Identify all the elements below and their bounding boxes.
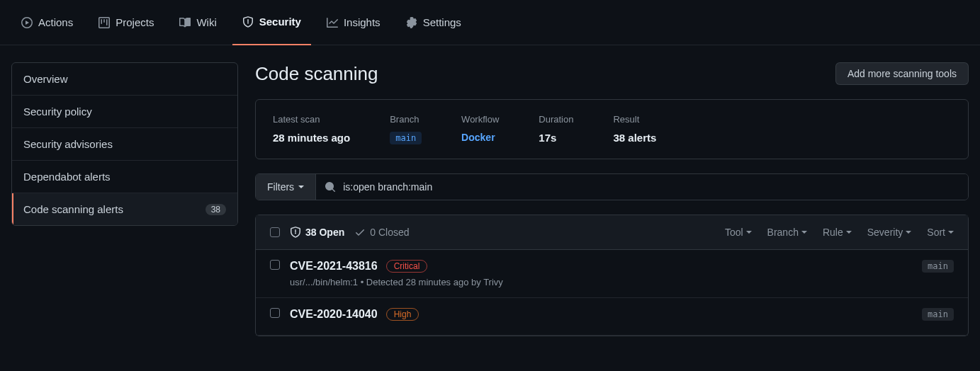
filters-label: Filters — [267, 181, 294, 193]
shield-alert-icon — [290, 227, 301, 238]
result-label: Result — [613, 114, 656, 125]
open-count[interactable]: 38 Open — [290, 227, 344, 238]
tab-wiki[interactable]: Wiki — [169, 0, 226, 45]
gear-icon — [406, 17, 417, 28]
latest-scan-value: 28 minutes ago — [273, 132, 350, 144]
shield-icon — [242, 16, 254, 28]
sidebar-item-code-scanning-alerts[interactable]: Code scanning alerts 38 — [12, 193, 237, 225]
search-icon — [325, 181, 336, 193]
caret-down-icon — [801, 231, 807, 234]
main-content: Code scanning Add more scanning tools La… — [255, 62, 969, 336]
select-all-checkbox[interactable] — [270, 227, 280, 237]
search-input[interactable] — [343, 181, 959, 193]
alerts-count-badge: 38 — [205, 204, 226, 215]
tab-settings[interactable]: Settings — [396, 0, 471, 45]
caret-down-icon — [906, 231, 911, 234]
scan-summary: Latest scan 28 minutes ago Branch main W… — [255, 99, 969, 159]
filter-tool[interactable]: Tool — [725, 227, 752, 238]
tab-label: Projects — [116, 16, 154, 28]
branch-chip[interactable]: main — [390, 132, 422, 144]
workflow-label: Workflow — [461, 114, 499, 125]
alert-select-checkbox[interactable] — [270, 308, 280, 318]
book-icon — [179, 17, 191, 28]
caret-down-icon — [298, 186, 304, 188]
alerts-list: 38 Open 0 Closed Tool Branch Rule Severi… — [255, 215, 969, 336]
alert-select-checkbox[interactable] — [270, 260, 280, 270]
play-circle-icon — [21, 17, 33, 28]
sidebar-item-dependabot-alerts[interactable]: Dependabot alerts — [12, 161, 237, 193]
tab-actions[interactable]: Actions — [11, 0, 83, 45]
graph-icon — [327, 17, 338, 28]
sidebar-item-label: Overview — [23, 73, 68, 85]
tab-label: Settings — [423, 16, 461, 28]
security-sidebar: Overview Security policy Security adviso… — [11, 62, 238, 336]
filter-sort[interactable]: Sort — [927, 227, 954, 238]
alert-title-link[interactable]: CVE-2021-43816 — [290, 260, 378, 273]
sidebar-item-security-policy[interactable]: Security policy — [12, 96, 237, 128]
alert-branch-tag[interactable]: main — [922, 308, 954, 321]
tab-insights[interactable]: Insights — [317, 0, 390, 45]
latest-scan-label: Latest scan — [273, 114, 350, 125]
workflow-link[interactable]: Docker — [461, 132, 499, 143]
tab-label: Wiki — [196, 16, 216, 28]
branch-label: Branch — [390, 114, 422, 125]
caret-down-icon — [948, 231, 954, 234]
tab-label: Security — [259, 16, 301, 28]
tab-label: Actions — [38, 16, 73, 28]
closed-count[interactable]: 0 Closed — [354, 227, 409, 238]
repo-topnav: Actions Projects Wiki Security Insights … — [0, 0, 980, 45]
filter-bar: Filters — [255, 173, 969, 200]
check-icon — [354, 227, 366, 238]
alert-title-link[interactable]: CVE-2020-14040 — [290, 308, 378, 321]
alert-row: CVE-2020-14040 High main — [256, 298, 968, 336]
caret-down-icon — [746, 231, 752, 234]
filter-rule[interactable]: Rule — [823, 227, 852, 238]
caret-down-icon — [846, 231, 852, 234]
sidebar-item-label: Security policy — [23, 105, 92, 118]
filters-button[interactable]: Filters — [256, 174, 316, 200]
sidebar-item-label: Security advisories — [23, 138, 113, 150]
alert-subtext: usr/.../bin/helm:1 • Detected 28 minutes… — [290, 277, 912, 287]
sidebar-item-label: Code scanning alerts — [23, 203, 123, 215]
duration-value: 17s — [539, 132, 573, 144]
alert-branch-tag[interactable]: main — [922, 260, 954, 273]
alert-row: CVE-2021-43816 Critical usr/.../bin/helm… — [256, 250, 968, 298]
result-value: 38 alerts — [613, 132, 656, 144]
filter-severity[interactable]: Severity — [867, 227, 912, 238]
tab-projects[interactable]: Projects — [89, 0, 164, 45]
sidebar-item-security-advisories[interactable]: Security advisories — [12, 128, 237, 161]
filter-branch[interactable]: Branch — [767, 227, 807, 238]
page-title: Code scanning — [255, 63, 378, 85]
sidebar-item-label: Dependabot alerts — [23, 171, 111, 183]
severity-badge: High — [386, 308, 419, 321]
sidebar-item-overview[interactable]: Overview — [12, 63, 237, 96]
project-icon — [98, 17, 110, 28]
tab-label: Insights — [344, 16, 381, 28]
duration-label: Duration — [539, 114, 573, 125]
severity-badge: Critical — [386, 260, 428, 273]
tab-security[interactable]: Security — [232, 0, 311, 45]
add-scanning-tools-button[interactable]: Add more scanning tools — [835, 62, 969, 85]
